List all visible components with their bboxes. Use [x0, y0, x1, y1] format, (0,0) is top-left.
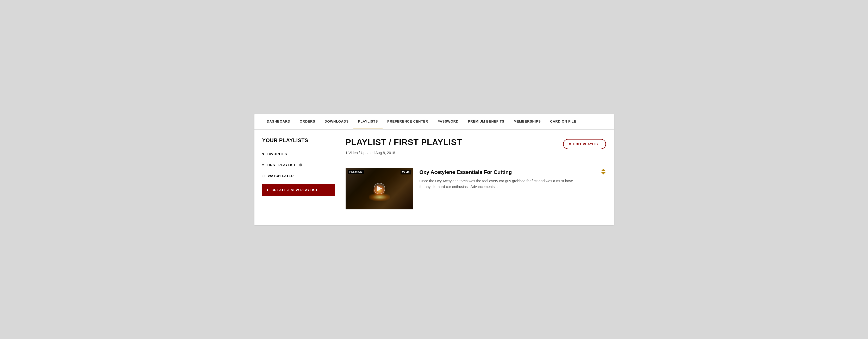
nav-premium-benefits[interactable]: Premium Benefits: [463, 114, 509, 129]
sidebar-item-watch-later[interactable]: ⊙ Watch Later: [262, 171, 335, 181]
nav-password[interactable]: Password: [433, 114, 463, 129]
content-area: Your Playlists ♥ Favorites ≡ First Playl…: [254, 130, 614, 225]
heart-icon: ♥: [262, 152, 265, 156]
create-playlist-button[interactable]: + Create A New Playlist: [262, 184, 335, 196]
video-title[interactable]: Oxy Acetylene Essentials For Cutting: [420, 169, 512, 175]
edit-playlist-label: Edit Playlist: [573, 142, 600, 146]
video-thumbnail[interactable]: Premium 22:40: [346, 168, 413, 209]
sort-down-icon[interactable]: [601, 172, 606, 174]
nav-downloads[interactable]: Downloads: [320, 114, 353, 129]
sidebar-item-favorites[interactable]: ♥ Favorites: [262, 149, 335, 159]
video-item: Premium 22:40 Oxy Acetylene Essentials F…: [346, 168, 606, 209]
nav-dashboard[interactable]: Dashboard: [262, 114, 295, 129]
create-playlist-label: Create A New Playlist: [272, 188, 318, 192]
nav-memberships[interactable]: Memberships: [509, 114, 546, 129]
video-description: Once the Oxy Acetylene torch was the too…: [420, 178, 576, 190]
sidebar-title: Your Playlists: [262, 137, 335, 143]
sidebar: Your Playlists ♥ Favorites ≡ First Playl…: [262, 137, 335, 209]
list-icon: ≡: [262, 163, 265, 167]
nav-orders[interactable]: Orders: [295, 114, 320, 129]
nav-preference-center[interactable]: Preference Center: [382, 114, 433, 129]
video-title-row: Oxy Acetylene Essentials For Cutting: [420, 169, 606, 178]
edit-icon: ✏: [569, 142, 572, 146]
duration-badge: 22:40: [401, 170, 411, 174]
sidebar-item-watch-later-label: Watch Later: [268, 174, 294, 178]
edit-playlist-button[interactable]: ✏ Edit Playlist: [563, 139, 606, 149]
clock-icon: ⊙: [262, 174, 266, 178]
sort-icons[interactable]: [601, 169, 606, 174]
nav-playlists[interactable]: Playlists: [353, 114, 382, 129]
sort-up-icon[interactable]: [601, 169, 606, 171]
video-actions: [601, 169, 606, 174]
playlist-title: Playlist / First Playlist: [346, 137, 462, 147]
top-nav: Dashboard Orders Downloads Playlists Pre…: [254, 114, 614, 130]
premium-badge: Premium: [348, 170, 365, 174]
play-triangle-icon: [377, 186, 382, 191]
main-container: Dashboard Orders Downloads Playlists Pre…: [254, 114, 614, 225]
sidebar-item-favorites-label: Favorites: [267, 152, 287, 156]
playlist-meta: 1 Video / Updated Aug 8, 2018: [346, 151, 606, 155]
video-info: Oxy Acetylene Essentials For Cutting Onc…: [420, 168, 606, 190]
main-content: Playlist / First Playlist ✏ Edit Playlis…: [346, 137, 606, 209]
remove-icon[interactable]: ⊗: [299, 163, 303, 167]
sidebar-item-first-playlist[interactable]: ≡ First Playlist ⊗: [262, 159, 335, 171]
play-button[interactable]: [374, 183, 385, 194]
sidebar-item-first-playlist-label: First Playlist: [267, 163, 296, 167]
nav-card-on-file[interactable]: Card On File: [545, 114, 581, 129]
playlist-header: Playlist / First Playlist ✏ Edit Playlis…: [346, 137, 606, 149]
plus-icon: +: [267, 188, 269, 193]
